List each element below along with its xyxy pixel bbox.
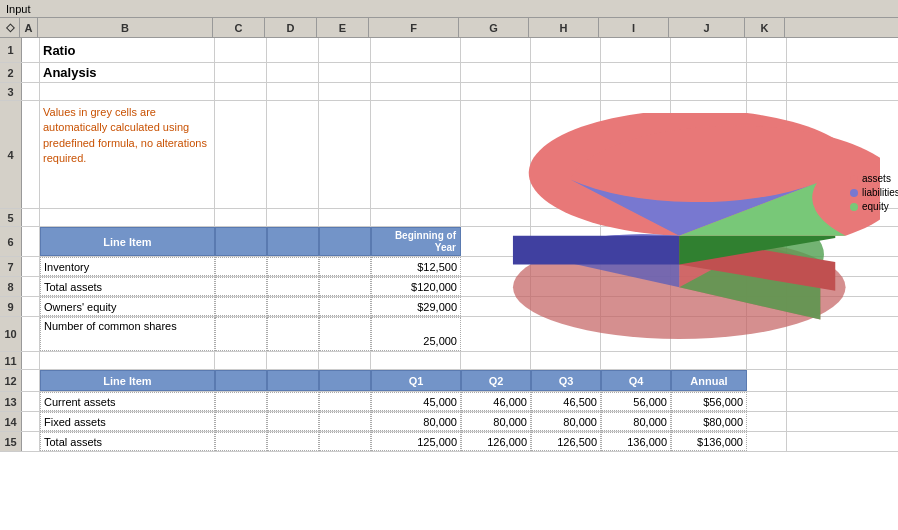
title-line1: Ratio xyxy=(43,43,76,58)
row-14: 14 Fixed assets 80,000 80,000 80,000 80,… xyxy=(0,412,898,432)
cell-14b[interactable]: Fixed assets xyxy=(40,412,215,431)
pie-chart xyxy=(490,113,880,342)
legend-label-assets: assets xyxy=(862,173,891,184)
cell-9f[interactable]: $29,000 xyxy=(371,297,461,316)
cell-13h[interactable]: 46,500 xyxy=(531,392,601,411)
cell-8b[interactable]: Total assets xyxy=(40,277,215,296)
cell-1c xyxy=(215,38,267,62)
row-num-10: 10 xyxy=(0,317,22,351)
cell-14i[interactable]: 80,000 xyxy=(601,412,671,431)
row-num-15: 15 xyxy=(0,432,22,451)
legend-item-equity: equity xyxy=(850,201,898,212)
cell-1j xyxy=(671,38,747,62)
cell-15j: $136,000 xyxy=(671,432,747,451)
row-num-9: 9 xyxy=(0,297,22,316)
cell-1i xyxy=(601,38,671,62)
cell-13f[interactable]: 45,000 xyxy=(371,392,461,411)
row-num-2: 2 xyxy=(0,63,22,82)
row-num-8: 8 xyxy=(0,277,22,296)
col-header-k: K xyxy=(745,18,785,37)
row-2: 2 Analysis xyxy=(0,63,898,83)
cell-2b: Analysis xyxy=(40,63,215,82)
col-header-b: B xyxy=(38,18,213,37)
cell-10f[interactable]: 25,000 xyxy=(371,317,461,351)
row-num-4: 4 xyxy=(0,101,22,208)
spreadsheet: ◇ A B C D E F G H I J K 1 Ratio 2 Analys… xyxy=(0,18,898,530)
row-1: 1 Ratio xyxy=(0,38,898,63)
cell-15b[interactable]: Total assets xyxy=(40,432,215,451)
table2-header-col1: Line Item xyxy=(40,370,215,391)
col-header-c: C xyxy=(213,18,265,37)
cell-8f[interactable]: $120,000 xyxy=(371,277,461,296)
cell-15h[interactable]: 126,500 xyxy=(531,432,601,451)
cell-1a xyxy=(22,38,40,62)
cell-14j: $80,000 xyxy=(671,412,747,431)
legend-item-assets: assets xyxy=(850,173,898,184)
row-num-11: 11 xyxy=(0,352,22,369)
row-15: 15 Total assets 125,000 126,000 126,500 … xyxy=(0,432,898,452)
col-header-d: D xyxy=(265,18,317,37)
title-line2: Analysis xyxy=(43,65,96,80)
col-header-f: F xyxy=(369,18,459,37)
row-num-5: 5 xyxy=(0,209,22,226)
row-13: 13 Current assets 45,000 46,000 46,500 5… xyxy=(0,392,898,412)
cell-1k xyxy=(747,38,787,62)
cell-15f[interactable]: 125,000 xyxy=(371,432,461,451)
cell-10b[interactable]: Number of common shares xyxy=(40,317,215,351)
cell-2a xyxy=(22,63,40,82)
col-header-e: E xyxy=(317,18,369,37)
cell-1d xyxy=(267,38,319,62)
table2-header-col5: Q4 xyxy=(601,370,671,391)
legend-label-equity: equity xyxy=(862,201,889,212)
cell-9b[interactable]: Owners' equity xyxy=(40,297,215,316)
col-header-a: A xyxy=(20,18,38,37)
legend-dot-equity xyxy=(850,203,858,211)
cell-1f xyxy=(371,38,461,62)
cell-15i[interactable]: 136,000 xyxy=(601,432,671,451)
cell-7f[interactable]: $12,500 xyxy=(371,257,461,276)
cell-13b[interactable]: Current assets xyxy=(40,392,215,411)
note-text: Values in grey cells are automatically c… xyxy=(43,105,211,167)
cell-14g[interactable]: 80,000 xyxy=(461,412,531,431)
cell-14h[interactable]: 80,000 xyxy=(531,412,601,431)
table2-header-col3: Q2 xyxy=(461,370,531,391)
cell-15g[interactable]: 126,000 xyxy=(461,432,531,451)
title-bar-label: Input xyxy=(6,3,30,15)
table2-header-col6: Annual xyxy=(671,370,747,391)
legend-dot-assets xyxy=(850,175,858,183)
row-3: 3 xyxy=(0,83,898,101)
col-header-j: J xyxy=(669,18,745,37)
col-headers: ◇ A B C D E F G H I J K xyxy=(0,18,898,38)
row-num-3: 3 xyxy=(0,83,22,100)
row-12: 12 Line Item Q1 Q2 Q3 Q4 Annual xyxy=(0,370,898,392)
cell-13i[interactable]: 56,000 xyxy=(601,392,671,411)
row-num-14: 14 xyxy=(0,412,22,431)
row-num-1: 1 xyxy=(0,38,22,62)
legend-label-liabilities: liabilities xyxy=(862,187,898,198)
row-11: 11 xyxy=(0,352,898,370)
table2-header-col4: Q3 xyxy=(531,370,601,391)
title-bar: Input xyxy=(0,0,898,18)
pie-chart-container xyxy=(490,113,880,323)
chart-legend: assets liabilities equity xyxy=(850,173,898,215)
cell-1h xyxy=(531,38,601,62)
legend-dot-liabilities xyxy=(850,189,858,197)
col-header-i: I xyxy=(599,18,669,37)
row-num-13: 13 xyxy=(0,392,22,411)
row-num-7: 7 xyxy=(0,257,22,276)
cell-14f[interactable]: 80,000 xyxy=(371,412,461,431)
legend-item-liabilities: liabilities xyxy=(850,187,898,198)
table2-header-col2: Q1 xyxy=(371,370,461,391)
col-header-diag: ◇ xyxy=(0,18,20,37)
cell-1b[interactable]: Ratio xyxy=(40,38,215,62)
row-num-12: 12 xyxy=(0,370,22,391)
cell-note: Values in grey cells are automatically c… xyxy=(40,101,215,208)
table1-header-col2: Beginning of Year xyxy=(371,227,461,256)
cell-1e xyxy=(319,38,371,62)
cell-13j: $56,000 xyxy=(671,392,747,411)
cell-7b[interactable]: Inventory xyxy=(40,257,215,276)
cell-13g[interactable]: 46,000 xyxy=(461,392,531,411)
col-header-g: G xyxy=(459,18,529,37)
row-num-6: 6 xyxy=(0,227,22,256)
col-header-h: H xyxy=(529,18,599,37)
